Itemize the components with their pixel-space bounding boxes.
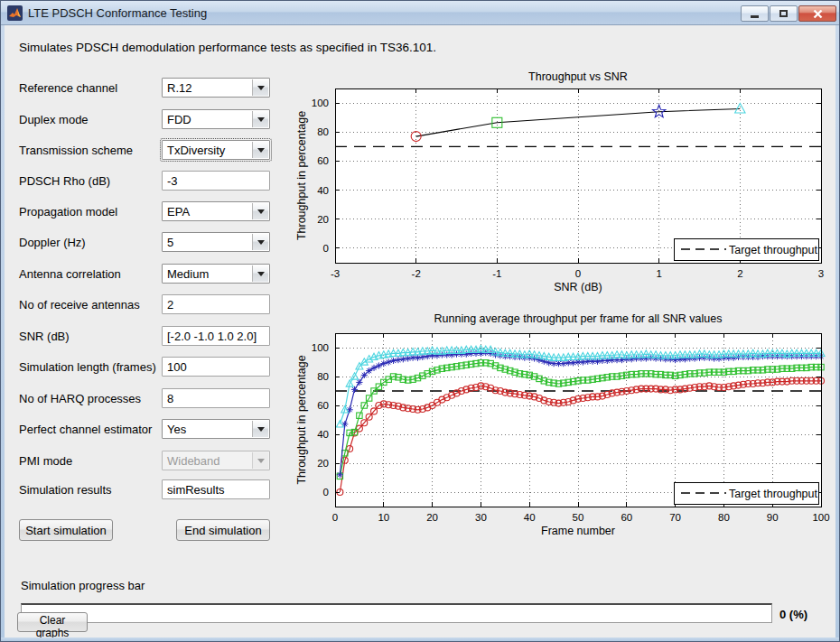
- form-row: No of HARQ processes: [19, 388, 290, 410]
- simulation-results-input[interactable]: [162, 479, 270, 499]
- svg-text:70: 70: [669, 512, 681, 523]
- svg-text:80: 80: [317, 126, 329, 137]
- throughput-vs-snr-chart: -3-2-10123020406080100Throughput vs SNRS…: [294, 68, 836, 295]
- window-frame-left: [1, 25, 5, 641]
- dropdown-arrow-icon[interactable]: [252, 142, 268, 158]
- svg-text:100: 100: [812, 512, 829, 523]
- form-row: Transmission schemeTxDiversity: [19, 140, 290, 162]
- maximize-icon: [779, 10, 788, 17]
- receive-antennas-input[interactable]: [162, 294, 270, 314]
- reference-channel-value: R.12: [167, 81, 191, 95]
- form-row: Antenna correlationMedium: [19, 264, 290, 285]
- content-area: Simulates PDSCH demodulation performance…: [5, 26, 835, 637]
- svg-text:50: 50: [573, 512, 584, 523]
- form-row: Duplex modeFDD: [19, 109, 290, 131]
- svg-text:-1: -1: [492, 268, 501, 279]
- minimize-button[interactable]: [741, 5, 769, 22]
- simulation-progress-bar: [21, 603, 772, 623]
- transmission-scheme-select[interactable]: TxDiversity: [162, 140, 270, 160]
- maximize-button[interactable]: [770, 5, 798, 22]
- simulation-length-input[interactable]: [162, 357, 270, 377]
- y-axis-label: Throughput in percentage: [295, 355, 308, 484]
- legend: Target throughput: [674, 238, 818, 260]
- svg-text:2: 2: [737, 268, 742, 279]
- duplex-mode-select[interactable]: FDD: [162, 109, 270, 129]
- minimize-icon: [751, 15, 759, 18]
- form-row: Simulation length (frames): [19, 357, 290, 378]
- dropdown-arrow-icon: [252, 452, 268, 469]
- clear-graphs-button[interactable]: Clear graphs: [17, 612, 88, 632]
- svg-text:3: 3: [818, 268, 824, 279]
- antenna-correlation-label: Antenna correlation: [19, 267, 121, 281]
- svg-text:30: 30: [475, 512, 487, 523]
- form-row: PMI modeWideband: [19, 451, 290, 472]
- chart-title: Running average throughput per frame for…: [434, 312, 723, 325]
- end-simulation-button[interactable]: End simulation: [176, 519, 270, 541]
- duplex-mode-value: FDD: [167, 113, 191, 126]
- svg-text:20: 20: [317, 458, 329, 469]
- svg-text:20: 20: [317, 214, 329, 225]
- pdsch-rho-input[interactable]: [162, 171, 270, 191]
- perfect-channel-estimator-value: Yes: [167, 423, 186, 436]
- simulation-length-label: Simulation length (frames): [19, 360, 156, 374]
- svg-text:40: 40: [317, 429, 329, 440]
- doppler-select[interactable]: 5: [162, 232, 270, 252]
- dropdown-arrow-icon[interactable]: [252, 111, 268, 127]
- simulation-results-label: Simulation results: [19, 483, 112, 497]
- svg-text:40: 40: [524, 512, 536, 523]
- svg-text:90: 90: [767, 512, 779, 523]
- harq-processes-input[interactable]: [162, 388, 270, 408]
- propagation-model-select[interactable]: EPA: [162, 201, 270, 221]
- antenna-correlation-select[interactable]: Medium: [162, 264, 270, 284]
- matlab-icon: [7, 5, 23, 21]
- svg-text:1: 1: [656, 268, 661, 279]
- duplex-mode-label: Duplex mode: [19, 113, 89, 126]
- receive-antennas-label: No of receive antennas: [19, 298, 140, 312]
- snr-label: SNR (dB): [19, 330, 70, 343]
- svg-text:-3: -3: [331, 268, 340, 279]
- pmi-mode-label: PMI mode: [19, 454, 72, 468]
- form-row: Reference channelR.12: [19, 78, 290, 99]
- window-frame-right: [835, 25, 839, 641]
- form-row: Simulation results: [19, 479, 290, 501]
- dropdown-arrow-icon[interactable]: [252, 79, 268, 96]
- svg-text:80: 80: [317, 371, 329, 382]
- svg-text:60: 60: [317, 155, 329, 166]
- form-row: Doppler (Hz)5: [19, 232, 290, 254]
- harq-processes-label: No of HARQ processes: [19, 392, 141, 405]
- legend-label: Target throughput: [729, 488, 818, 500]
- x-axis-label: SNR (dB): [554, 281, 602, 293]
- dropdown-arrow-icon[interactable]: [252, 234, 268, 250]
- form-row: Perfect channel estimatorYes: [19, 419, 290, 441]
- svg-text:10: 10: [378, 512, 389, 523]
- svg-text:100: 100: [312, 342, 329, 353]
- y-axis-label: Throughput in percentage: [295, 111, 308, 240]
- form-row: SNR (dB): [19, 326, 290, 348]
- dropdown-arrow-icon[interactable]: [252, 421, 268, 437]
- close-button[interactable]: [798, 5, 836, 22]
- svg-text:60: 60: [317, 400, 329, 411]
- doppler-label: Doppler (Hz): [19, 236, 86, 249]
- close-icon: [813, 9, 823, 19]
- svg-text:0: 0: [323, 487, 329, 498]
- window-frame-bottom: [1, 637, 839, 641]
- dropdown-arrow-icon[interactable]: [252, 265, 268, 282]
- doppler-value: 5: [167, 236, 173, 249]
- reference-channel-label: Reference channel: [19, 81, 117, 95]
- running-average-throughput-chart: 0102030405060708090100020406080100Runnin…: [294, 306, 836, 544]
- titlebar[interactable]: LTE PDSCH Conformance Testing: [1, 1, 839, 25]
- reference-channel-select[interactable]: R.12: [162, 78, 270, 98]
- window-title: LTE PDSCH Conformance Testing: [28, 1, 207, 25]
- svg-text:0: 0: [575, 268, 581, 279]
- perfect-channel-estimator-select[interactable]: Yes: [162, 419, 270, 439]
- propagation-model-label: Propagation model: [19, 205, 117, 219]
- start-simulation-button[interactable]: Start simulation: [19, 519, 113, 541]
- description-text: Simulates PDSCH demodulation performance…: [19, 41, 436, 54]
- dropdown-arrow-icon[interactable]: [252, 203, 268, 219]
- antenna-correlation-value: Medium: [167, 267, 209, 281]
- transmission-scheme-value: TxDiversity: [167, 144, 225, 157]
- snr-input[interactable]: [162, 326, 270, 346]
- svg-text:40: 40: [317, 185, 329, 196]
- form-row: PDSCH Rho (dB): [19, 171, 290, 192]
- legend: Target throughput: [674, 482, 818, 504]
